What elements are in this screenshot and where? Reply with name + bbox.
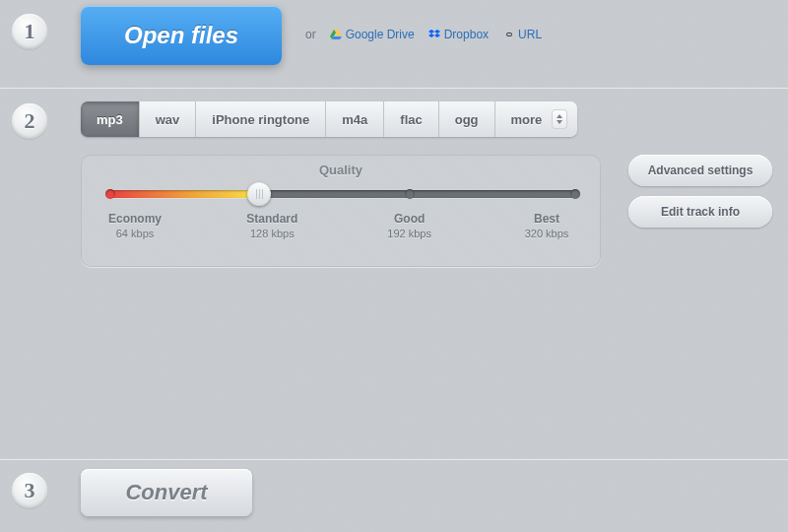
- svg-marker-3: [428, 30, 434, 33]
- open-files-button[interactable]: Open files: [81, 6, 282, 65]
- google-drive-icon: [330, 29, 342, 40]
- step-number-2: 2: [12, 103, 47, 139]
- source-links: or Google Drive Dropbox URL: [305, 28, 542, 41]
- tab-flac[interactable]: flac: [384, 101, 438, 137]
- tab-wav[interactable]: wav: [140, 101, 197, 137]
- quality-label-best: Best 320 kbps: [504, 212, 589, 239]
- tab-more[interactable]: more: [495, 101, 578, 137]
- quality-rate: 128 kbps: [230, 228, 314, 239]
- quality-rate: 64 kbps: [93, 228, 177, 239]
- svg-marker-4: [434, 30, 440, 33]
- url-link[interactable]: URL: [502, 28, 542, 41]
- svg-marker-2: [332, 36, 342, 39]
- slider-tick-good: [405, 189, 415, 199]
- updown-icon: [552, 109, 567, 129]
- quality-rate: 320 kbps: [504, 228, 589, 239]
- link-icon: [502, 29, 514, 40]
- tab-iphone-ringtone[interactable]: iPhone ringtone: [196, 101, 326, 137]
- step-number-1: 1: [12, 14, 47, 49]
- svg-marker-5: [428, 33, 434, 37]
- svg-marker-6: [434, 33, 440, 37]
- tab-ogg[interactable]: ogg: [439, 101, 495, 137]
- slider-tick-best: [570, 189, 580, 199]
- dropbox-label: Dropbox: [444, 28, 489, 41]
- quality-name: Economy: [93, 212, 177, 226]
- slider-tick-economy: [105, 189, 115, 199]
- step-number-3: 3: [12, 473, 47, 508]
- dropbox-link[interactable]: Dropbox: [428, 28, 489, 41]
- or-label: or: [305, 28, 316, 41]
- tab-more-label: more: [511, 112, 543, 127]
- slider-fill: [110, 190, 259, 198]
- url-label: URL: [518, 28, 542, 41]
- quality-title: Quality: [81, 163, 601, 177]
- quality-name: Good: [367, 212, 452, 226]
- quality-labels: Economy 64 kbps Standard 128 kbps Good 1…: [93, 212, 589, 239]
- quality-rate: 192 kbps: [367, 228, 452, 239]
- quality-name: Best: [504, 212, 589, 226]
- quality-name: Standard: [230, 212, 314, 226]
- quality-slider[interactable]: [110, 190, 575, 198]
- quality-panel: Quality Economy 64 kbps Standard 128 kbp…: [81, 155, 601, 267]
- tab-mp3[interactable]: mp3: [81, 101, 140, 137]
- slider-handle[interactable]: [247, 182, 271, 206]
- convert-button[interactable]: Convert: [81, 469, 252, 516]
- google-drive-link[interactable]: Google Drive: [330, 28, 415, 41]
- tab-m4a[interactable]: m4a: [326, 101, 384, 137]
- dropbox-icon: [428, 29, 440, 40]
- advanced-settings-button[interactable]: Advanced settings: [628, 155, 772, 186]
- format-tabs: mp3 wav iPhone ringtone m4a flac ogg mor…: [81, 101, 577, 137]
- edit-track-info-button[interactable]: Edit track info: [628, 196, 772, 228]
- quality-label-economy: Economy 64 kbps: [93, 212, 177, 239]
- quality-label-good: Good 192 kbps: [367, 212, 452, 239]
- quality-label-standard: Standard 128 kbps: [230, 212, 314, 239]
- google-drive-label: Google Drive: [346, 28, 415, 41]
